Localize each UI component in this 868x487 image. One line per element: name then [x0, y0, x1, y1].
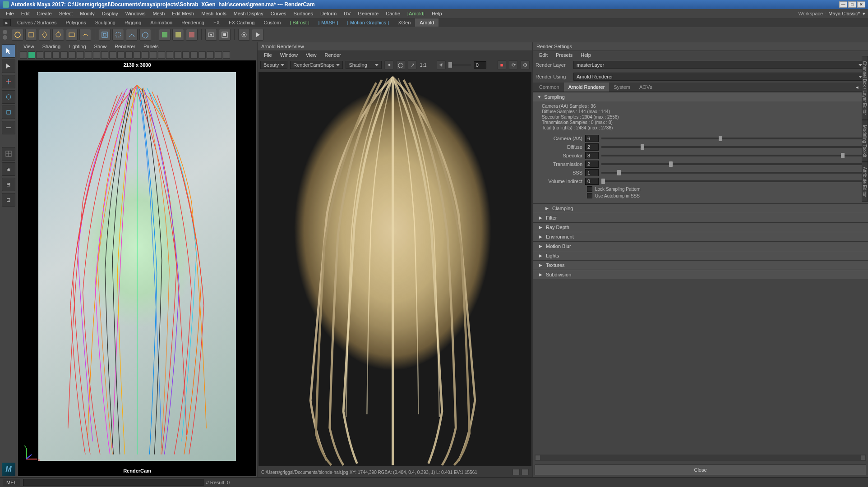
param-slider[interactable]: [601, 138, 862, 139]
snapshot-icon[interactable]: [512, 469, 520, 475]
menu-deform[interactable]: Deform: [317, 10, 340, 17]
shelf-tab-animation[interactable]: Animation: [146, 18, 177, 27]
shelf-tab-custom[interactable]: Custom: [259, 18, 286, 27]
section-lights[interactable]: ▶Lights: [533, 251, 868, 260]
lock-sampling-checkbox[interactable]: [587, 186, 592, 192]
stop-render-icon[interactable]: ■: [497, 60, 506, 69]
render-view-icon[interactable]: [238, 29, 250, 41]
vp-tool-icon[interactable]: [60, 51, 68, 59]
tab-arnold-renderer[interactable]: Arnold Renderer: [564, 83, 609, 92]
skydome-light-icon[interactable]: [12, 29, 23, 41]
snap-plane-icon[interactable]: ⊡: [2, 193, 15, 207]
vp-tool-icon[interactable]: [158, 51, 165, 59]
settings-menu-help[interactable]: Help: [577, 52, 595, 58]
section-motion-blur[interactable]: ▶Motion Blur: [533, 241, 868, 251]
mesh-light-icon[interactable]: [39, 29, 51, 41]
vp-menu-view[interactable]: View: [20, 43, 38, 50]
workspace-dropdown-icon[interactable]: ▾: [863, 11, 865, 17]
minimize-button[interactable]: —: [839, 1, 847, 8]
vp-tool-icon[interactable]: [36, 51, 43, 59]
vp-tool-icon[interactable]: [199, 51, 206, 59]
renderview-canvas[interactable]: [259, 72, 531, 466]
save-icon[interactable]: [522, 469, 529, 475]
physical-sky-icon[interactable]: [79, 29, 91, 41]
shelf-tab-fxcaching[interactable]: FX Caching: [224, 18, 259, 27]
param-input[interactable]: [585, 161, 599, 168]
shelf-tab-rigging[interactable]: Rigging: [120, 18, 146, 27]
sidebar-tab-attribute[interactable]: Attribute Editor: [862, 162, 868, 202]
menu-modify[interactable]: Modify: [77, 10, 97, 17]
exposure-icon[interactable]: ☀: [437, 60, 446, 69]
vp-tool-icon[interactable]: [182, 51, 189, 59]
photometric-light-icon[interactable]: [52, 29, 64, 41]
aov-dropdown[interactable]: Beauty: [260, 61, 287, 69]
select-tool[interactable]: [2, 44, 15, 58]
crosshair-icon[interactable]: ✦: [384, 60, 393, 69]
menu-meshdisplay[interactable]: Mesh Display: [231, 10, 267, 17]
menu-generate[interactable]: Generate: [355, 10, 382, 17]
vp-menu-panels[interactable]: Panels: [140, 43, 162, 50]
shelf-tab-bifrost[interactable]: [ Bifrost ]: [285, 18, 314, 27]
vp-tool-icon[interactable]: [223, 51, 230, 59]
refresh-icon[interactable]: ⟳: [509, 60, 518, 69]
shelf-options-icon[interactable]: [3, 35, 7, 40]
workspace-value[interactable]: Maya Classic*: [828, 11, 860, 16]
vp-tool-icon[interactable]: [125, 51, 133, 59]
tab-scroll-left[interactable]: ◂: [854, 83, 861, 91]
vp-tool-icon[interactable]: [69, 51, 76, 59]
curve-collector-icon[interactable]: [126, 29, 138, 41]
vp-tool-icon[interactable]: [117, 51, 125, 59]
shelf-tab-sculpting[interactable]: Sculpting: [91, 18, 120, 27]
param-input[interactable]: [585, 178, 599, 185]
last-tool[interactable]: [2, 121, 15, 134]
vp-tool-icon[interactable]: [134, 51, 141, 59]
menu-create[interactable]: Create: [34, 10, 55, 17]
scale-ratio[interactable]: 1:1: [420, 62, 426, 68]
vp-tool-icon[interactable]: [93, 51, 100, 59]
vp-menu-renderer[interactable]: Renderer: [111, 43, 139, 50]
snap-curve-icon[interactable]: ⊞: [2, 162, 15, 176]
menu-editmesh[interactable]: Edit Mesh: [169, 10, 197, 17]
rotate-tool[interactable]: [2, 90, 15, 104]
menu-uv[interactable]: UV: [341, 10, 354, 17]
render-layer-dropdown[interactable]: masterLayer: [573, 61, 865, 69]
menu-file[interactable]: File: [3, 10, 17, 17]
rv-menu-render[interactable]: Render: [321, 52, 345, 58]
param-input[interactable]: [585, 169, 599, 176]
menu-surfaces[interactable]: Surfaces: [291, 10, 316, 17]
shelf-tab-xgen[interactable]: XGen: [393, 18, 415, 27]
section-subdivision[interactable]: ▶Subdivision: [533, 270, 868, 279]
area-light-icon[interactable]: [25, 29, 37, 41]
light-manager-icon[interactable]: [186, 29, 198, 41]
shelf-tab-motion[interactable]: [ Motion Graphics ]: [343, 18, 393, 27]
menu-display[interactable]: Display: [99, 10, 121, 17]
rv-menu-window[interactable]: Window: [277, 52, 301, 58]
vp-tool-icon[interactable]: [109, 51, 116, 59]
move-tool[interactable]: [2, 75, 15, 88]
shelf-tab-curves[interactable]: Curves / Surfaces: [13, 18, 61, 27]
vp-tool-icon[interactable]: [44, 51, 51, 59]
param-slider[interactable]: [601, 146, 862, 148]
flush-cache-icon[interactable]: [139, 29, 151, 41]
exposure-input[interactable]: [474, 61, 486, 69]
vp-tool-icon[interactable]: [174, 51, 181, 59]
command-input[interactable]: [23, 479, 203, 486]
ipr-icon[interactable]: [219, 29, 231, 41]
section-clamping[interactable]: ▶Clamping: [533, 203, 868, 213]
vp-tool-icon[interactable]: [166, 51, 173, 59]
rv-menu-view[interactable]: View: [302, 52, 320, 58]
vp-tool-icon[interactable]: [28, 51, 35, 59]
camera-dropdown[interactable]: RenderCamShape: [290, 61, 343, 69]
menu-arnold[interactable]: [Arnold]: [404, 10, 428, 17]
light-portal-icon[interactable]: [66, 29, 78, 41]
shelf-tab-arnold[interactable]: Arnold: [415, 18, 439, 27]
vp-tool-icon[interactable]: [215, 51, 222, 59]
shelf-menu-icon[interactable]: [3, 30, 7, 34]
param-input[interactable]: [585, 143, 599, 151]
vp-tool-icon[interactable]: [150, 51, 157, 59]
settings-icon[interactable]: ⚙: [521, 60, 530, 69]
lasso-tool[interactable]: [2, 60, 15, 73]
section-environment[interactable]: ▶Environment: [533, 232, 868, 241]
exposure-slider[interactable]: [448, 64, 471, 66]
menu-mesh[interactable]: Mesh: [149, 10, 168, 17]
